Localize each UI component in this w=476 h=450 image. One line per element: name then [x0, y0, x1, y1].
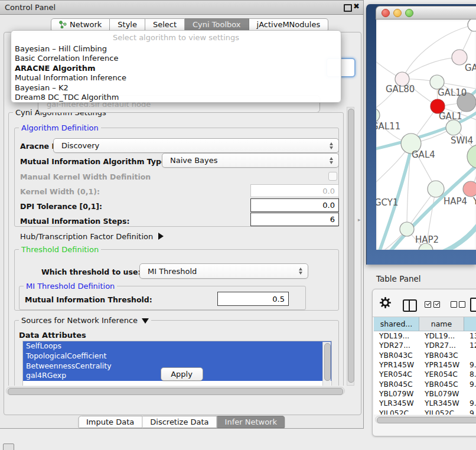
dpi-tolerance-input[interactable]: [250, 198, 339, 212]
zoom-traffic-light-icon[interactable]: [405, 9, 413, 17]
tab-label: Network: [70, 20, 102, 29]
table-cell: YBL079W: [374, 390, 419, 398]
attributes-scrollbar[interactable]: [322, 342, 331, 386]
network-node[interactable]: [467, 145, 476, 168]
table-cell: YDL19...: [419, 332, 464, 340]
table-row[interactable]: YDL19...YDL19...13: [374, 331, 476, 341]
stepper-icon: [330, 157, 333, 164]
tab-cyni-toolbox[interactable]: Cyni Toolbox: [185, 18, 249, 31]
algorithm-popup-item[interactable]: Bayesian – K2: [11, 83, 341, 93]
control-panel-titlebar[interactable]: Control Panel ✖: [0, 1, 363, 15]
hub-definition-label: Hub/Transcription Factor Definition: [20, 232, 153, 241]
column-header-shared[interactable]: shared...: [374, 317, 419, 331]
columns-icon[interactable]: [403, 299, 417, 312]
node-table: shared... name YDL19...YDL19...13YDR27..…: [374, 317, 476, 415]
hub-definition-expander[interactable]: Hub/Transcription Factor Definition: [20, 232, 164, 241]
table-row[interactable]: YDR27...YDR27...12: [374, 341, 476, 350]
expand-right-icon: [158, 233, 164, 240]
table-row[interactable]: YER054CYER054C8.: [374, 370, 476, 379]
sources-group-title[interactable]: Sources for Network Inference: [19, 316, 151, 325]
network-edge: [402, 57, 459, 79]
tab-style[interactable]: Style: [110, 18, 145, 31]
tab-label: Discretize Data: [150, 418, 208, 426]
tab-select[interactable]: Select: [145, 18, 185, 31]
aracne-mode-combobox[interactable]: Discovery: [53, 138, 339, 153]
network-node-label: GAL10: [438, 87, 467, 98]
splitter-grip-icon[interactable]: ▸: [358, 216, 363, 223]
which-threshold-combobox[interactable]: MI Threshold: [139, 263, 308, 279]
column-header-name[interactable]: name: [419, 317, 464, 331]
tab-infer-network[interactable]: Infer Network: [217, 416, 285, 428]
network-node[interactable]: [400, 222, 414, 236]
table-cell: YLR345W: [419, 399, 464, 407]
table-cell: YIL052C: [419, 409, 464, 415]
manual-kernel-checkbox[interactable]: [328, 172, 337, 181]
mi-threshold-input[interactable]: [217, 292, 289, 306]
minimize-traffic-light-icon[interactable]: [393, 9, 402, 17]
checked-box-icon[interactable]: [425, 301, 431, 308]
close-icon[interactable]: ✖: [353, 2, 360, 11]
table-row[interactable]: YLR345WYLR345W9.: [374, 399, 476, 408]
kernel-width-label: Kernel Width (0,1):: [20, 187, 100, 196]
mi-steps-input[interactable]: [250, 213, 339, 226]
table-horizontal-scrollbar[interactable]: [375, 416, 476, 423]
network-node-label: GAL11: [376, 121, 400, 132]
close-traffic-light-icon[interactable]: [382, 9, 390, 17]
network-node[interactable]: [376, 108, 380, 122]
table-row[interactable]: YBR043CYBR043C: [374, 351, 476, 360]
network-node[interactable]: [446, 120, 461, 135]
float-window-icon[interactable]: [344, 4, 352, 12]
table-horizontal-scrollbar-thumb[interactable]: [377, 417, 476, 423]
settings-vertical-scrollbar[interactable]: [347, 107, 354, 386]
settings-horizontal-scrollbar-thumb[interactable]: [8, 388, 343, 395]
mi-steps-label: Mutual Information Steps:: [20, 217, 129, 226]
table-row[interactable]: YPR145WYPR145W9.: [374, 360, 476, 370]
corner-widget-icon[interactable]: [3, 444, 14, 450]
unchecked-box-icon[interactable]: [459, 301, 465, 308]
network-node[interactable]: [463, 181, 476, 197]
bottom-tabstrip: Impute Data Discretize Data Infer Networ…: [78, 416, 285, 428]
checked-box-icon[interactable]: [433, 301, 440, 308]
data-attribute-item[interactable]: TopologicalCoefficient: [23, 351, 331, 361]
algorithm-popup-item[interactable]: Bayesian – Hill Climbing: [11, 44, 341, 54]
algorithm-popup-item[interactable]: Basic Correlation Inference: [11, 54, 341, 63]
algorithm-popup-item[interactable]: Mutual Information Inference: [11, 73, 341, 83]
network-node[interactable]: [468, 19, 476, 31]
unchecked-box-icon[interactable]: [451, 301, 457, 308]
tab-impute-data[interactable]: Impute Data: [78, 416, 142, 428]
apply-button[interactable]: Apply: [161, 367, 203, 381]
kernel-width-input[interactable]: [250, 184, 339, 197]
data-attributes-label: Data Attributes: [19, 331, 86, 340]
table-cell: 9.: [464, 399, 476, 407]
table-cell: YER054C: [419, 370, 464, 379]
mi-type-combobox[interactable]: Naive Bayes: [162, 153, 339, 168]
control-panel-tabstrip: Network Style Select Cyni Toolbox jActiv…: [51, 18, 328, 31]
table-cell: 12: [464, 341, 476, 350]
settings-horizontal-scrollbar[interactable]: [6, 387, 345, 395]
table-panel: shared... name YDL19...YDL19...13YDR27..…: [372, 289, 476, 436]
table-cell: YLR345W: [374, 399, 419, 407]
tab-network[interactable]: Network: [51, 18, 110, 31]
table-row[interactable]: YIL052CYIL052C9: [374, 408, 476, 415]
stepper-icon: [330, 142, 333, 149]
settings-vertical-scrollbar-thumb[interactable]: [348, 109, 354, 383]
data-attribute-item[interactable]: SelfLoops: [23, 341, 331, 351]
tab-discretize-data[interactable]: Discretize Data: [142, 416, 217, 428]
table-cell: YBR043C: [374, 351, 419, 360]
network-canvas[interactable]: GALGAL80GAL10GAL1GAL11SWI4GAL4GCY1HAP4YH…: [376, 19, 476, 250]
network-node[interactable]: [428, 181, 444, 197]
table-row[interactable]: YBL079WYBL079W: [374, 389, 476, 399]
page-icon[interactable]: [470, 298, 476, 312]
table-cell: YBL079W: [419, 390, 464, 398]
algorithm-popup-item[interactable]: Dream8 DC_TDC Algorithm: [11, 93, 341, 102]
table-row[interactable]: YBR045CYBR045C9.: [374, 379, 476, 389]
gear-icon[interactable]: [380, 297, 391, 310]
sources-title-label: Sources for Network Inference: [21, 316, 138, 325]
table-cell: YDR27...: [419, 341, 464, 350]
table-toolbar: [373, 289, 476, 317]
network-window-titlebar[interactable]: [376, 6, 476, 19]
algorithm-popup-item[interactable]: ARACNE Algorithm: [11, 64, 341, 73]
tab-jactivemnodules[interactable]: jActiveMNodules: [249, 18, 329, 31]
attributes-scrollbar-thumb[interactable]: [324, 343, 331, 381]
column-header-extra[interactable]: [464, 317, 476, 331]
